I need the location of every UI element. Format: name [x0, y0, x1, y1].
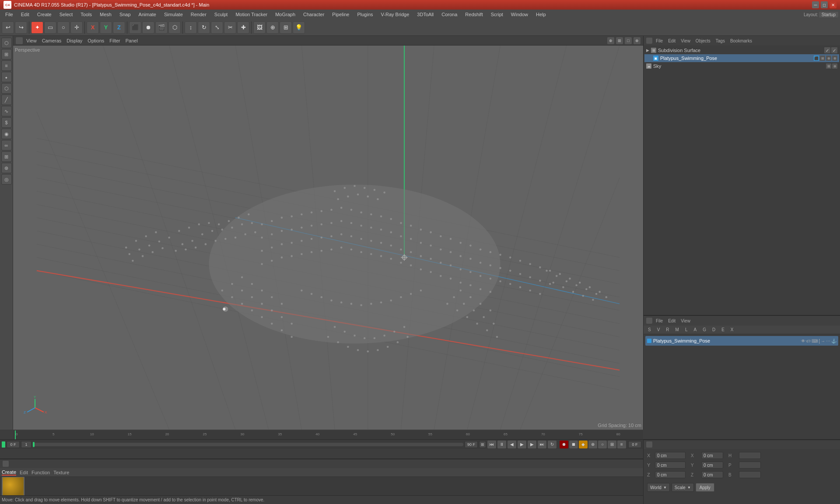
attr-icon-dots[interactable]: ⋯ — [826, 339, 830, 343]
menu-pipeline[interactable]: Pipeline — [329, 11, 353, 18]
sub-eye-icon[interactable]: ✓ — [824, 47, 830, 53]
play-reverse-button[interactable]: ⏸ — [497, 441, 506, 448]
z-axis-button[interactable]: Z — [113, 21, 125, 34]
obj-menu-file[interactable]: File — [654, 38, 665, 43]
y-axis-button[interactable]: Y — [100, 21, 112, 34]
play-button[interactable]: ▶ — [518, 441, 526, 448]
menu-file[interactable]: File — [2, 11, 17, 18]
sidebar-tool-7[interactable]: $ — [1, 117, 12, 128]
maximize-button[interactable]: □ — [821, 1, 828, 8]
viewport-mode-button[interactable]: 🖼 — [253, 21, 266, 34]
attr-icon-anchor[interactable]: ⚓ — [831, 339, 836, 343]
frame-end-input[interactable]: 90 F — [465, 441, 478, 448]
coord-value-y2[interactable]: 0 cm — [701, 462, 723, 469]
grid-button[interactable]: ⊞ — [280, 21, 292, 34]
attr-icon-key[interactable]: ⌨ — [812, 339, 818, 343]
attr-tab-e[interactable]: E — [719, 327, 727, 332]
sidebar-tool-6[interactable]: ∿ — [1, 106, 12, 116]
attr-tab-m[interactable]: M — [673, 327, 682, 332]
sidebar-edge-mode[interactable]: ⬥ — [1, 72, 12, 82]
fps-display[interactable]: ⊞ — [479, 441, 486, 448]
object-manager-collapse[interactable] — [646, 38, 652, 44]
coord-value-h[interactable] — [739, 452, 761, 459]
live-selection-button[interactable]: ✦ — [31, 21, 43, 34]
sub-render-icon[interactable]: ✓ — [831, 47, 837, 53]
attr-collapse[interactable] — [646, 318, 652, 324]
rect-selection-button[interactable]: ▭ — [44, 21, 56, 34]
obj-row-subdivision[interactable]: ▶ ⊞ Subdivision Surface ✓ ✓ — [644, 46, 839, 54]
menu-mesh[interactable]: Mesh — [96, 11, 115, 18]
plat-icon-3[interactable]: ⊕ — [826, 56, 831, 61]
viewport-menu-panel[interactable]: Panel — [124, 38, 140, 43]
render-view-button[interactable]: 🎬 — [155, 21, 168, 34]
motion-track-button[interactable]: ⊕ — [588, 441, 597, 448]
frame-current-display[interactable]: 1 — [21, 441, 32, 448]
obj-menu-objects[interactable]: Objects — [694, 38, 712, 43]
sidebar-tool-9[interactable]: ∞ — [1, 140, 12, 150]
obj-row-platypus[interactable]: ▣ Platypus_Swimming_Pose ⬛ ⊞ ⊕ ⊗ — [644, 54, 839, 62]
x-axis-button[interactable]: X — [87, 21, 99, 34]
sky-icon-1[interactable]: ⊞ — [826, 63, 831, 69]
frame-counter-right[interactable]: 0 F — [628, 441, 641, 448]
coord-value-p[interactable] — [739, 462, 761, 469]
menu-motion-tracker[interactable]: Motion Tracker — [232, 11, 271, 18]
menu-create[interactable]: Create — [34, 11, 55, 18]
plat-icon-4[interactable]: ⊗ — [832, 56, 837, 61]
close-button[interactable]: ✕ — [830, 1, 836, 8]
move-button[interactable]: ↕ — [185, 21, 197, 34]
menu-tools[interactable]: Tools — [77, 11, 95, 18]
obj-menu-bookmarks[interactable]: Bookmarks — [728, 38, 754, 43]
rotate-button[interactable]: ↻ — [198, 21, 210, 34]
viewport-btn-2[interactable]: ⊞ — [616, 37, 623, 44]
capture-button[interactable]: ○ — [598, 441, 607, 448]
keyframe-button[interactable]: ◆ — [579, 441, 588, 448]
attr-tab-v[interactable]: V — [654, 327, 663, 332]
plat-icon-2[interactable]: ⊞ — [820, 56, 825, 61]
world-dropdown[interactable]: World ▼ — [647, 483, 670, 492]
loop-button[interactable]: ↻ — [548, 441, 556, 448]
timeline-playhead[interactable] — [15, 430, 16, 439]
obj-row-sky[interactable]: ☁ Sky ⊞ ⊕ — [644, 62, 839, 70]
sidebar-vertex-mode[interactable]: ≡ — [1, 60, 12, 71]
material-button[interactable]: ⬡ — [168, 21, 181, 34]
list-button[interactable]: ≡ — [617, 441, 626, 448]
menu-render[interactable]: Render — [187, 11, 210, 18]
record-stop-button[interactable]: ⏹ — [569, 441, 578, 448]
coord-value-z2[interactable]: 0 cm — [701, 471, 723, 478]
attr-menu-view[interactable]: View — [679, 318, 692, 323]
circle-selection-button[interactable]: ○ — [57, 21, 70, 34]
go-start-button[interactable]: ⏮ — [487, 441, 496, 448]
settings-button[interactable]: ⊞ — [608, 441, 616, 448]
attr-tab-g[interactable]: G — [700, 327, 709, 332]
menu-help[interactable]: Help — [532, 11, 550, 18]
menu-redshift[interactable]: Redshift — [462, 11, 486, 18]
mat-tab-texture[interactable]: Texture — [53, 470, 69, 475]
knife-button[interactable]: ✂ — [224, 21, 236, 34]
sidebar-tool-10[interactable]: ⊞ — [1, 151, 12, 162]
attr-tab-s[interactable]: S — [645, 327, 654, 332]
snap-button[interactable]: ⊕ — [266, 21, 279, 34]
timeline-scrubber[interactable] — [33, 443, 463, 446]
attr-menu-edit[interactable]: Edit — [666, 318, 677, 323]
menu-simulate[interactable]: Simulate — [161, 11, 186, 18]
viewport-menu-options[interactable]: Options — [86, 38, 106, 43]
menu-character[interactable]: Character — [300, 11, 328, 18]
coord-value-y[interactable]: 0 cm — [655, 462, 686, 469]
viewport-btn-1[interactable]: ⊕ — [607, 37, 614, 44]
attr-tab-d[interactable]: D — [710, 327, 718, 332]
attr-icon-tag[interactable]: 🏷 — [806, 339, 811, 343]
obj-menu-view[interactable]: View — [679, 38, 692, 43]
anim-record-button[interactable]: ⏺ — [142, 21, 154, 34]
freeform-selection-button[interactable]: ✛ — [70, 21, 83, 34]
light-button[interactable]: 💡 — [293, 21, 305, 34]
scale-dropdown[interactable]: Scale ▼ — [672, 483, 694, 492]
attr-menu-file[interactable]: File — [654, 318, 665, 323]
viewport-menu-cameras[interactable]: Cameras — [40, 38, 63, 43]
viewport-btn-4[interactable]: ⊗ — [634, 37, 640, 44]
attr-tab-l[interactable]: L — [682, 327, 690, 332]
viewport-menu-filter[interactable]: Filter — [108, 38, 122, 43]
go-end-button[interactable]: ⏭ — [538, 441, 546, 448]
attr-icon-eye[interactable]: 👁 — [801, 339, 805, 343]
redo-button[interactable]: ↪ — [15, 21, 27, 34]
coord-value-x2[interactable]: 0 cm — [701, 452, 723, 459]
